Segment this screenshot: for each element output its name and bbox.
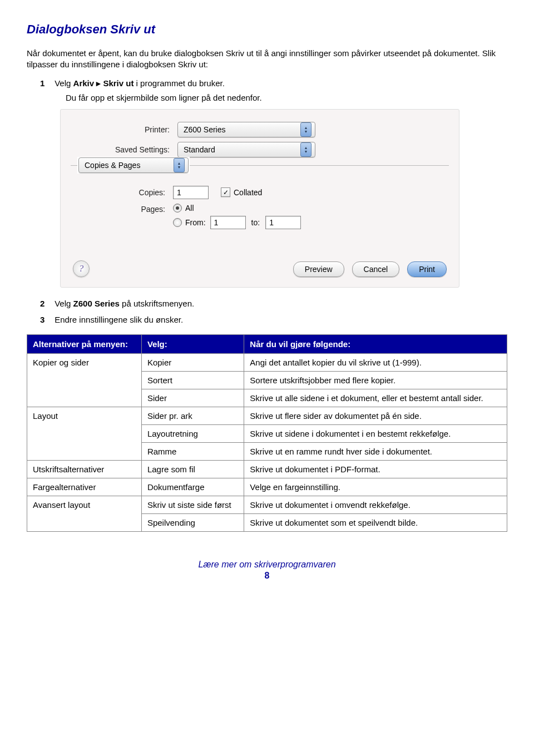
option-cell: Sider [141,389,244,407]
footer: Lære mer om skriverprogramvaren 8 [27,560,507,581]
pages-from-radio[interactable] [173,218,182,227]
step1-skrivut: Skriv ut [103,78,134,88]
desc-cell: Skrive ut alle sidene i et dokument, ell… [244,389,507,407]
desc-cell: Sortere utskriftsjobber med flere kopier… [244,371,507,389]
option-cell: Kopier [141,353,244,371]
table-row: Kopier og siderKopierAngi det antallet k… [27,353,507,371]
step-1: 1 Velg Arkiv ▸ Skriv ut i programmet du … [40,78,507,102]
pages-all-radio[interactable] [173,204,182,213]
saved-settings-label: Saved Settings: [71,145,177,154]
from-label: From: [185,218,206,227]
printer-value: Z600 Series [184,125,225,134]
category-cell: Utskriftsalternativer [27,460,142,478]
printer-label: Printer: [71,125,177,134]
step1-pre: Velg [55,78,73,88]
option-cell: Speilvending [141,513,244,531]
stepper-icon: ▲▼ [300,142,312,157]
page-number: 8 [27,571,507,581]
print-dialog: Printer: Z600 Series ▲▼ Saved Settings: … [60,109,459,288]
printer-select[interactable]: Z600 Series ▲▼ [177,122,315,137]
step-2: 2 Velg Z600 Series på utskriftsmenyen. [40,299,507,308]
saved-settings-select[interactable]: Standard ▲▼ [177,142,315,157]
copies-input[interactable]: 1 [173,186,209,199]
options-table: Alternativer på menyen: Velg: Når du vil… [27,334,507,532]
th-select: Velg: [141,334,244,353]
step1-post: i programmet du bruker. [134,78,224,88]
preview-button[interactable]: Preview [293,261,344,277]
table-row: Avansert layoutSkriv ut siste side først… [27,496,507,513]
stepper-icon: ▲▼ [174,158,185,172]
step-3: 3 Endre innstillingene slik du ønsker. [40,315,507,324]
print-button[interactable]: Print [407,261,447,277]
desc-cell: Skrive ut sidene i dokumentet i en beste… [244,424,507,442]
option-cell: Lagre som fil [141,460,244,478]
saved-settings-value: Standard [184,145,215,154]
option-cell: Skriv ut siste side først [141,496,244,513]
category-cell: Fargealternativer [27,478,142,496]
section-frame: Copies & Pages ▲▼ Copies: 1 ✓ Collated P… [71,165,449,271]
stepper-icon: ▲▼ [300,122,312,137]
option-cell: Sortert [141,371,244,389]
desc-cell: Skrive ut dokumentet i omvendt rekkefølg… [244,496,507,513]
desc-cell: Velge en fargeinnstilling. [244,478,507,496]
option-cell: Ramme [141,442,244,460]
help-button[interactable]: ? [73,260,90,277]
option-cell: Dokumentfarge [141,478,244,496]
th-menu: Alternativer på menyen: [27,334,142,353]
to-input[interactable]: 1 [265,216,301,229]
intro-paragraph: Når dokumentet er åpent, kan du bruke di… [27,48,507,71]
step2-bold: Z600 Series [73,299,120,308]
section-value: Copies & Pages [85,161,140,170]
pages-all-label: All [185,204,194,213]
step3-text: Endre innstillingene slik du ønsker. [55,315,183,324]
desc-cell: Skrive ut dokumentet som et speilvendt b… [244,513,507,531]
desc-cell: Skrive ut dokumentet i PDF-format. [244,460,507,478]
desc-cell: Skrive ut en ramme rundt hver side i dok… [244,442,507,460]
desc-cell: Skrive ut flere sider av dokumentet på é… [244,407,507,424]
step1-sub: Du får opp et skjermbilde som ligner på … [66,93,507,102]
step2-pre: Velg [55,299,73,308]
arrow-icon: ▸ [96,78,101,88]
pages-label: Pages: [115,204,173,214]
th-purpose: Når du vil gjøre følgende: [244,334,507,353]
section-select[interactable]: Copies & Pages ▲▼ [78,157,189,173]
category-cell: Layout [27,407,142,460]
to-label: to: [251,218,260,227]
category-cell: Avansert layout [27,496,142,531]
from-input[interactable]: 1 [210,216,246,229]
option-cell: Layoutretning [141,424,244,442]
option-cell: Sider pr. ark [141,407,244,424]
step2-post: på utskriftsmenyen. [120,299,194,308]
footer-text: Lære mer om skriverprogramvaren [198,560,335,569]
step1-arkiv: Arkiv [73,78,95,88]
page-title: Dialogboksen Skriv ut [27,22,507,37]
category-cell: Kopier og sider [27,353,142,407]
collated-label: Collated [234,188,262,197]
collated-checkbox[interactable]: ✓ [221,187,230,197]
table-row: FargealternativerDokumentfargeVelge en f… [27,478,507,496]
cancel-button[interactable]: Cancel [352,261,400,277]
copies-label: Copies: [115,188,173,197]
table-row: UtskriftsalternativerLagre som filSkrive… [27,460,507,478]
table-row: LayoutSider pr. arkSkrive ut flere sider… [27,407,507,424]
desc-cell: Angi det antallet kopier du vil skrive u… [244,353,507,371]
